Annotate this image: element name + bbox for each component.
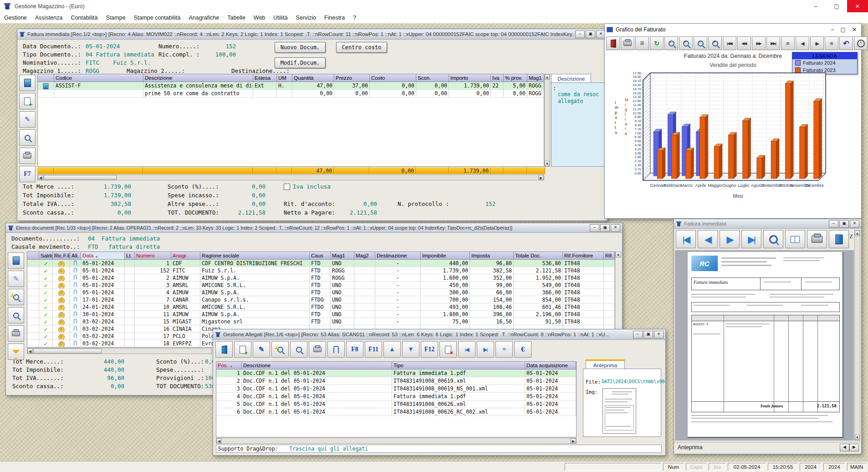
nav-next-button[interactable]: ▶▶ [752, 36, 766, 50]
pv-door-button[interactable] [829, 230, 849, 248]
column-header-mag1[interactable]: Mag1 [331, 252, 354, 260]
column-header-data[interactable]: Data ▲ [81, 252, 125, 260]
table-row[interactable]: ✓☺17-01-20247CANARCanapo s.r.l.s.FTDOUNO… [27, 296, 615, 303]
minimize-icon[interactable]: – [831, 26, 834, 33]
column-header-all-[interactable]: All. [70, 252, 81, 260]
menu-item-servizio[interactable]: Servizio [292, 13, 320, 22]
column-header-scon-[interactable]: Scon. [416, 74, 449, 82]
pv-prev-button[interactable]: ◀ [698, 230, 718, 248]
scroll-left-icon[interactable]: ◀ [27, 349, 33, 354]
printer-button[interactable] [309, 341, 326, 358]
close-icon[interactable]: ✕ [611, 224, 620, 232]
dragdrop-bar[interactable]: Supporto Drag&Drop: Trascina qui gli all… [216, 445, 662, 453]
lines-right-button[interactable]: ≡ [825, 36, 838, 50]
restore-icon[interactable]: ▣ [839, 220, 849, 228]
table-row[interactable]: ✓☺03-02-202415MIGASTMigastone srlFTDUNO-… [27, 318, 615, 325]
magnifier-flash-button[interactable] [8, 289, 24, 305]
column-header-totale-doc-[interactable]: Totale Doc. [514, 252, 563, 260]
scroll-down-icon[interactable]: ▼ [855, 435, 860, 440]
magazzino1-value[interactable]: ROGG [86, 67, 99, 74]
table-row[interactable]: ✓☺30-01-202411AIMUWAIMUW S.p.A.FTDUNO-1.… [27, 311, 615, 318]
paperclip-button[interactable] [327, 341, 345, 358]
column-header-imposta[interactable]: Imposta [470, 252, 514, 260]
triangle-up-button[interactable]: ▲ [383, 341, 401, 358]
menu-item-assistenza[interactable]: Assistenza [31, 13, 66, 22]
menu-item-web[interactable]: Web [250, 13, 269, 22]
chart-title-bar[interactable]: Grafico del Fatturato – ▢ ✕ [605, 24, 861, 36]
minimize-icon[interactable]: – [590, 224, 599, 232]
invoice-horizontal-scrollbar[interactable]: ◀ ▶ [37, 174, 544, 180]
menu-item-contabilit-[interactable]: Contabilità [66, 13, 102, 22]
f12-button[interactable]: F12 [421, 341, 438, 358]
table-row[interactable]: 5Doc.CDF n.1 del 05-01-2024IT04831491008… [216, 400, 576, 408]
menu-item-anagrafiche[interactable]: Anagrafiche [185, 13, 224, 22]
refresh-button[interactable]: ↻ [650, 36, 664, 50]
printer-button[interactable] [621, 36, 634, 50]
numero-value[interactable]: 152 [195, 43, 236, 50]
document-button[interactable] [19, 75, 36, 91]
table-row[interactable]: prime 50 ore come da contratto0,000,000,… [38, 90, 544, 97]
pv-first-button[interactable]: |◀ [676, 230, 696, 248]
preview-vertical-scrollbar[interactable]: ▲ ▼ [854, 230, 860, 441]
documents-horizontal-scrollbar[interactable]: ◀ [27, 348, 212, 354]
f7-button[interactable]: F7 [19, 166, 36, 182]
pv-next-button[interactable]: ▶ [720, 230, 740, 248]
column-header-descrizione[interactable]: Descrizione [143, 74, 253, 82]
column-header-icon[interactable] [27, 252, 39, 260]
column-header-imponibile[interactable]: Imponibile [421, 252, 470, 260]
close-icon[interactable]: ✕ [847, 0, 868, 12]
document-button[interactable] [8, 252, 24, 269]
column-header-descrizione[interactable]: Descrizione [242, 362, 392, 369]
tab-descrizione[interactable]: Descrizione [551, 74, 591, 83]
invoice-page[interactable]: RC Fattura immediata [688, 252, 843, 438]
menu-item-stampe[interactable]: Stampe [102, 13, 130, 22]
table-row[interactable]: ASSIST-FAssistenza e consulenza mese di … [38, 82, 544, 90]
close-icon[interactable]: ✕ [850, 220, 859, 228]
scroll-right-icon[interactable]: ▶ [849, 444, 859, 451]
column-header-anagr-[interactable]: Anagr. [171, 252, 200, 260]
scroll-thumb[interactable] [44, 175, 117, 180]
pv-print-button[interactable] [807, 230, 827, 248]
zoom-in-button[interactable] [708, 36, 722, 50]
column-header-mag2[interactable]: Mag2 [354, 252, 375, 260]
tipo-documento-value[interactable]: 04 Fattura immediata [86, 51, 154, 58]
descrizione-panel[interactable]: : come da resoc allegato [551, 82, 605, 167]
menu-item-tabelle[interactable]: Tabelle [223, 13, 250, 22]
table-row[interactable]: 6Doc.CDF n.1 del 05-01-2024IT04831491008… [216, 408, 576, 416]
magnifier-button[interactable] [8, 307, 24, 323]
add-page-button[interactable] [234, 341, 251, 358]
column-header-iva[interactable]: Iva [491, 74, 504, 82]
column-header-destinazione[interactable]: Destinazione [375, 252, 421, 260]
pencil-button[interactable]: ✎ [253, 341, 270, 358]
f11-button[interactable]: F11 [365, 341, 382, 358]
hand-edit-button[interactable]: ✎ [8, 271, 24, 287]
menu-item-stampe-contabilit-[interactable]: Stampe contabilità [130, 13, 185, 22]
menu-item-finestra[interactable]: Finestra [320, 13, 349, 22]
minimize-icon[interactable]: – [633, 331, 643, 339]
maximize-icon[interactable]: ▢ [826, 0, 847, 12]
menu-item-utilit-[interactable]: Utilità [269, 13, 291, 22]
column-header-ragione-sociale[interactable]: Ragione sociale [200, 252, 310, 260]
table-row[interactable]: ✓☺05-01-20244AIMUWAIMUW S.p.A.FTDUNO-300… [27, 289, 615, 296]
triangle-down-button[interactable]: ▼ [402, 341, 419, 358]
delete-page-button[interactable] [439, 341, 457, 358]
nominativo-value[interactable]: FITC Fuiz S.r.l. [86, 59, 151, 66]
bar-last-button[interactable]: ▶| [477, 341, 494, 358]
column-header-codice[interactable]: Codice [54, 74, 143, 82]
table-row[interactable]: 1Doc.CDF n.1 del 05-01-2024Fattura immed… [216, 369, 576, 377]
clock-button[interactable] [854, 36, 868, 50]
table-row[interactable]: 4Doc.CDF n.1 del 05-01-2024Fattura immed… [216, 393, 576, 400]
column-header-prezzo[interactable]: Prezzo [334, 74, 370, 82]
scroll-left-icon[interactable]: ◀ [840, 444, 849, 451]
column-header-rif-fornitore[interactable]: Rif.Fornitore [563, 252, 604, 260]
table-row[interactable]: 2Doc.CDF n.1 del 05-01-2024IT04831491008… [216, 377, 576, 385]
scroll-right-icon[interactable]: ▶ [571, 438, 576, 443]
iva-inclusa-checkbox[interactable] [284, 184, 290, 190]
centro-costo-button[interactable]: Centro costo [336, 42, 387, 53]
scroll-up-icon[interactable]: ▲ [615, 251, 621, 257]
table-row[interactable]: ✓☺05-01-20241CDFCDF CENTRO DISTRIBUZIONE… [27, 260, 615, 267]
scroll-up-icon[interactable]: ▲ [545, 74, 550, 80]
column-header-data-acquisizione[interactable]: Data acquisizione [525, 362, 576, 369]
zoom-out-button[interactable] [664, 36, 678, 50]
scroll-up-icon[interactable]: ▲ [855, 231, 860, 236]
